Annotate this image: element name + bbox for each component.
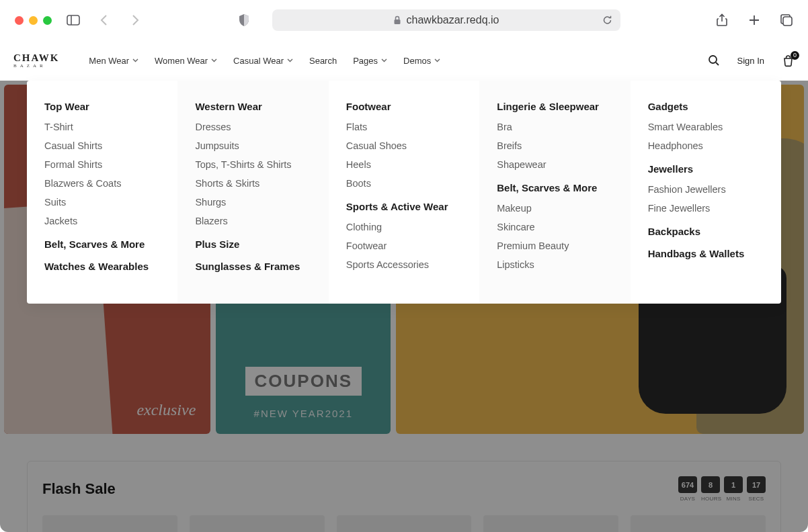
browser-chrome: chawkbazar.redq.io [0, 0, 808, 40]
cart-badge: 0 [791, 51, 799, 60]
mega-link[interactable]: Clothing [346, 222, 462, 232]
nav-item-label: Demos [403, 56, 431, 66]
svg-rect-5 [783, 17, 792, 26]
nav-arrows [97, 13, 142, 27]
mega-heading[interactable]: Backpacks [648, 226, 764, 237]
mega-menu: Top WearT-ShirtCasual ShirtsFormal Shirt… [27, 81, 781, 304]
header-right: Sign In 0 [708, 54, 795, 67]
nav-item-women-wear[interactable]: Women Wear [155, 56, 217, 66]
minimize-window-button[interactable] [29, 16, 38, 25]
mega-link[interactable]: Shurgs [195, 197, 311, 208]
chevron-down-icon [211, 58, 217, 62]
svg-rect-0 [67, 15, 79, 25]
mega-link[interactable]: Jackets [44, 216, 160, 226]
mega-link[interactable]: Blazwers & Coats [44, 178, 160, 189]
nav-item-casual-wear[interactable]: Casual Wear [233, 56, 293, 66]
back-button[interactable] [97, 13, 111, 27]
chevron-down-icon [287, 58, 293, 62]
mega-link[interactable]: Footwear [346, 240, 462, 251]
mega-heading[interactable]: Lingerie & Sleepwear [497, 101, 612, 112]
chevron-down-icon [434, 58, 440, 62]
mega-link[interactable]: Premium Beauty [497, 240, 612, 251]
signin-link[interactable]: Sign In [737, 56, 764, 66]
mega-heading[interactable]: Belt, Scarves & More [497, 182, 612, 193]
mega-heading[interactable]: Belt, Scarves & More [44, 238, 160, 250]
mega-heading[interactable]: Sunglasses & Frames [195, 261, 311, 272]
mega-link[interactable]: Shapewear [497, 159, 612, 170]
address-bar[interactable]: chawkbazar.redq.io [272, 9, 620, 31]
privacy-shield-icon[interactable] [237, 13, 251, 27]
address-bar-url: chawkbazar.redq.io [407, 14, 499, 26]
share-icon[interactable] [715, 13, 729, 27]
mega-link[interactable]: Formal Shirts [44, 159, 160, 170]
mega-heading[interactable]: Footwear [346, 101, 462, 112]
lock-icon [393, 15, 401, 25]
mega-link[interactable]: T-Shirt [44, 122, 160, 132]
svg-rect-2 [394, 19, 400, 24]
mega-link[interactable]: Skincare [497, 222, 612, 232]
mega-link[interactable]: Heels [346, 159, 462, 170]
mega-heading[interactable]: Sports & Active Wear [346, 201, 462, 212]
mega-link[interactable]: Makeup [497, 203, 612, 214]
mega-link[interactable]: Boots [346, 178, 462, 189]
mega-column: Top WearT-ShirtCasual ShirtsFormal Shirt… [27, 81, 177, 304]
mega-link[interactable]: Casual Shoes [346, 140, 462, 151]
svg-point-6 [709, 56, 717, 63]
nav-item-label: Search [309, 56, 337, 66]
nav-item-label: Casual Wear [233, 56, 284, 66]
mega-heading[interactable]: Gadgets [648, 101, 764, 112]
reload-icon[interactable] [602, 15, 612, 26]
main-nav: Men WearWomen WearCasual WearSearchPages… [89, 56, 440, 66]
window-controls [15, 16, 52, 25]
mega-heading[interactable]: Western Wear [195, 101, 311, 112]
mega-heading[interactable]: Plus Size [195, 238, 311, 250]
browser-right-controls [715, 13, 793, 27]
new-tab-icon[interactable] [748, 13, 761, 27]
mega-heading[interactable]: Watches & Wearables [44, 261, 160, 272]
mega-link[interactable]: Lipsticks [497, 259, 612, 270]
nav-item-search[interactable]: Search [309, 56, 337, 66]
mega-heading[interactable]: Handbags & Wallets [648, 248, 764, 259]
mega-link[interactable]: Dresses [195, 122, 311, 132]
mega-link[interactable]: Casual Shirts [44, 140, 160, 151]
mega-column: GadgetsSmart WearablesHeadphonesJeweller… [631, 81, 781, 304]
mega-column: Lingerie & SleepwearBraBreifsShapewearBe… [479, 81, 630, 304]
sidebar-toggle-icon[interactable] [67, 13, 80, 27]
svg-line-7 [716, 62, 719, 65]
mega-link[interactable]: Headphones [648, 140, 764, 151]
logo-title: CHAWK [13, 52, 59, 64]
chevron-down-icon [381, 58, 387, 62]
search-icon[interactable] [708, 54, 720, 66]
nav-item-label: Pages [353, 56, 378, 66]
mega-heading[interactable]: Jewellers [648, 163, 764, 175]
mega-link[interactable]: Blazers [195, 216, 311, 226]
mega-column: Western WearDressesJumpsuitsTops, T-Shir… [177, 81, 328, 304]
logo-subtitle: BAZAR [13, 63, 59, 69]
mega-link[interactable]: Fashion Jewellers [648, 184, 764, 195]
nav-item-label: Women Wear [155, 56, 208, 66]
mega-link[interactable]: Breifs [497, 140, 612, 151]
mega-link[interactable]: Suits [44, 197, 160, 208]
forward-button[interactable] [128, 13, 142, 27]
close-window-button[interactable] [15, 16, 24, 25]
nav-item-men-wear[interactable]: Men Wear [89, 56, 138, 66]
mega-link[interactable]: Tops, T-Shirts & Shirts [195, 159, 311, 170]
mega-link[interactable]: Smart Wearables [648, 122, 764, 132]
mega-link[interactable]: Jumpsuits [195, 140, 311, 151]
site-logo[interactable]: CHAWK BAZAR [13, 52, 59, 69]
cart-button[interactable]: 0 [782, 54, 795, 67]
mega-link[interactable]: Fine Jewellers [648, 203, 764, 214]
mega-heading[interactable]: Top Wear [44, 101, 160, 112]
chevron-down-icon [132, 58, 138, 62]
nav-item-label: Men Wear [89, 56, 129, 66]
nav-item-pages[interactable]: Pages [353, 56, 387, 66]
mega-link[interactable]: Sports Accessories [346, 259, 462, 270]
mega-link[interactable]: Shorts & Skirts [195, 178, 311, 189]
nav-item-demos[interactable]: Demos [403, 56, 440, 66]
site-header: CHAWK BAZAR Men WearWomen WearCasual Wea… [0, 40, 808, 81]
mega-column: FootwearFlatsCasual ShoesHeelsBootsSport… [329, 81, 479, 304]
mega-link[interactable]: Flats [346, 122, 462, 132]
fullscreen-window-button[interactable] [43, 16, 52, 25]
mega-link[interactable]: Bra [497, 122, 612, 132]
tabs-overview-icon[interactable] [780, 13, 793, 27]
